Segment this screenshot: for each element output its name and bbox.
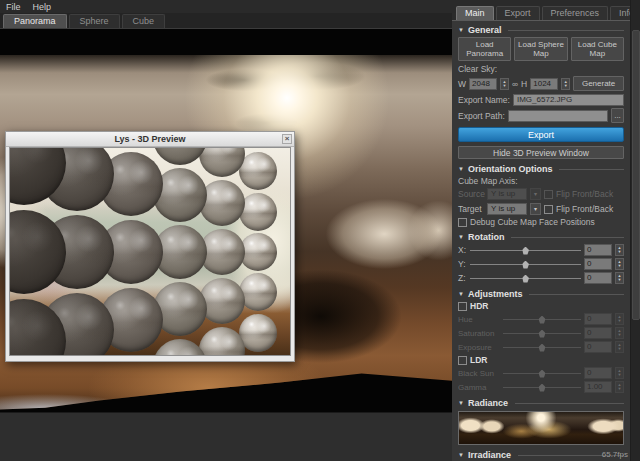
load-sphere-map-button[interactable]: Load Sphere Map (514, 37, 567, 61)
panel-body: ▼ General Load Panorama Load Sphere Map … (452, 20, 630, 461)
tab-main[interactable]: Main (456, 6, 494, 20)
rotation-z-field[interactable]: 0 (584, 272, 612, 284)
section-radiance[interactable]: ▼ Radiance (458, 398, 624, 408)
preview-window-title: Lys - 3D Preview (114, 134, 185, 144)
slider-handle[interactable] (522, 247, 529, 255)
tab-panorama[interactable]: Panorama (3, 14, 67, 28)
hide-preview-button[interactable]: Hide 3D Preview Window (458, 146, 624, 159)
chevron-down-icon: ▾ (530, 188, 541, 200)
section-adjustments[interactable]: ▼ Adjustments (458, 289, 624, 299)
saturation-field: 0 (584, 327, 612, 339)
black-sun-stepper: ▲▼ (615, 367, 624, 379)
rotation-z-stepper[interactable]: ▲▼ (615, 272, 624, 284)
target-label: Target (458, 204, 484, 214)
menu-help[interactable]: Help (33, 2, 52, 12)
hdr-checkbox[interactable] (458, 302, 467, 311)
section-radiance-title: Radiance (468, 398, 508, 408)
radiance-preview-thumbnail[interactable] (458, 411, 624, 445)
export-button[interactable]: Export (458, 127, 624, 142)
chevron-down-icon[interactable]: ▾ (530, 203, 541, 215)
preview-sphere (153, 147, 207, 165)
cube-map-axis-label: Cube Map Axis: (458, 176, 518, 186)
ldr-checkbox[interactable] (458, 356, 467, 365)
black-sun-field: 0 (584, 367, 612, 379)
exposure-slider (503, 347, 581, 348)
debug-faces-checkbox[interactable] (458, 218, 467, 227)
saturation-label: Saturation (458, 329, 500, 338)
debug-faces-label: Debug Cube Map Face Positions (470, 217, 595, 227)
collapse-triangle-icon: ▼ (458, 166, 464, 172)
ldr-label: LDR (470, 355, 487, 365)
gamma-field: 1.00 (584, 381, 612, 393)
height-label: H (521, 79, 527, 89)
close-icon[interactable]: × (282, 134, 292, 144)
target-flip-checkbox[interactable] (544, 205, 553, 214)
tab-export[interactable]: Export (496, 6, 540, 20)
exposure-stepper: ▲▼ (615, 341, 624, 353)
width-stepper[interactable]: ▲▼ (500, 78, 509, 90)
browse-button[interactable]: ... (611, 108, 624, 123)
section-orientation[interactable]: ▼ Orientation Options (458, 164, 624, 174)
rotation-z-label: Z: (458, 273, 467, 283)
collapse-triangle-icon: ▼ (458, 234, 464, 240)
tab-preferences[interactable]: Preferences (542, 6, 609, 20)
section-general-title: General (468, 25, 502, 35)
rotation-x-stepper[interactable]: ▲▼ (615, 244, 624, 256)
preview-sphere (239, 152, 277, 190)
section-rotation[interactable]: ▼ Rotation (458, 232, 624, 242)
black-sun-label: Black Sun (458, 369, 500, 378)
width-field[interactable]: 2048 (469, 78, 497, 90)
rotation-z-slider[interactable] (470, 278, 581, 279)
preview-3d-viewport[interactable] (9, 147, 291, 356)
load-cube-map-button[interactable]: Load Cube Map (571, 37, 624, 61)
preview-window[interactable]: Lys - 3D Preview × (5, 131, 295, 362)
exposure-field: 0 (584, 341, 612, 353)
hue-slider (503, 319, 581, 320)
target-flip-label: Flip Front/Back (556, 204, 613, 214)
canvas-bottom-strip (0, 412, 452, 461)
slider-handle[interactable] (522, 261, 529, 269)
source-flip-checkbox (544, 190, 553, 199)
section-irradiance-title: Irradiance (468, 450, 511, 460)
scrollbar-thumb[interactable] (632, 30, 640, 320)
rotation-y-field[interactable]: 0 (584, 258, 612, 270)
slider-handle[interactable] (522, 275, 529, 283)
clear-sky-label: Clear Sky: (458, 64, 497, 74)
rotation-y-stepper[interactable]: ▲▼ (615, 258, 624, 270)
preview-sphere (239, 273, 277, 311)
source-flip-label: Flip Front/Back (556, 189, 613, 199)
view-tab-bar: Panorama Sphere Cube (0, 13, 452, 29)
export-name-label: Export Name: (458, 95, 510, 105)
link-icon[interactable]: ∞ (512, 79, 518, 89)
section-rotation-title: Rotation (468, 232, 505, 242)
width-label: W (458, 79, 466, 89)
export-path-input[interactable] (508, 110, 608, 122)
height-field[interactable]: 1024 (530, 78, 558, 90)
menu-file[interactable]: File (6, 2, 21, 12)
tab-cube[interactable]: Cube (122, 14, 166, 28)
fps-counter: 65.7fps (602, 450, 628, 459)
panel-scrollbar[interactable] (630, 0, 640, 461)
section-irradiance[interactable]: ▼ Irradiance (458, 450, 624, 460)
target-axis-select[interactable]: Y is up (487, 203, 527, 215)
exposure-label: Exposure (458, 343, 500, 352)
load-panorama-button[interactable]: Load Panorama (458, 37, 511, 61)
tab-sphere[interactable]: Sphere (69, 14, 120, 28)
height-stepper[interactable]: ▲▼ (561, 78, 570, 90)
section-orientation-title: Orientation Options (468, 164, 553, 174)
section-general[interactable]: ▼ General (458, 25, 624, 35)
collapse-triangle-icon: ▼ (458, 400, 464, 406)
rotation-x-label: X: (458, 245, 467, 255)
collapse-triangle-icon: ▼ (458, 27, 464, 33)
panorama-canvas[interactable]: Lys - 3D Preview × (0, 29, 452, 461)
export-name-input[interactable]: IMG_6572.JPG (513, 94, 624, 106)
rotation-x-slider[interactable] (470, 250, 581, 251)
settings-panel: Main Export Preferences Info ▼ General L… (452, 0, 630, 461)
rotation-y-slider[interactable] (470, 264, 581, 265)
preview-window-titlebar[interactable]: Lys - 3D Preview × (6, 132, 294, 147)
preview-sphere (153, 339, 207, 356)
gamma-label: Gamma (458, 383, 500, 392)
rotation-x-field[interactable]: 0 (584, 244, 612, 256)
generate-button[interactable]: Generate (573, 76, 624, 91)
preview-sphere (99, 147, 163, 148)
